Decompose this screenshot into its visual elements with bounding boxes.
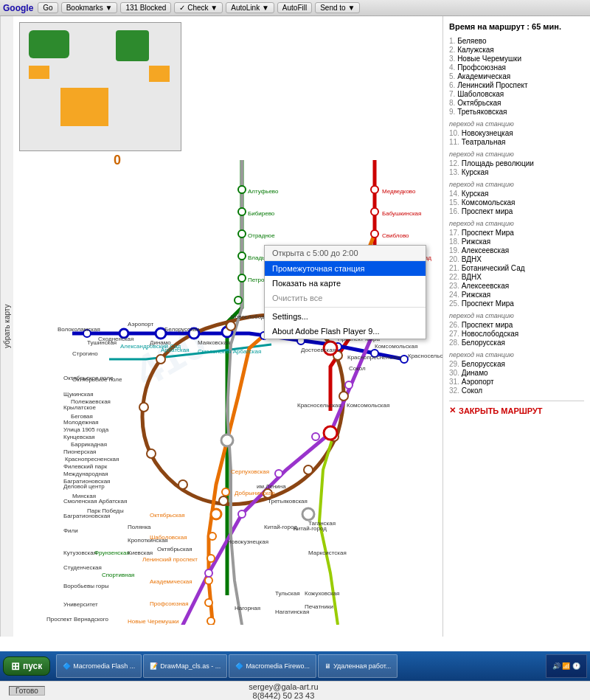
remote-icon: 🖥 <box>324 662 331 670</box>
svg-text:Свиблово: Свиблово <box>382 232 409 239</box>
context-menu-intermediate[interactable]: Промежуточная станция <box>265 261 426 276</box>
transfer6-list: 29. Белорусская 30. Динамо 31. Аэропорт … <box>449 360 584 395</box>
svg-text:Спортивная: Спортивная <box>102 572 134 578</box>
station-27: 27. Новослободская <box>449 330 584 338</box>
taskbar: ⊞ пуск 🔷 Macromedia Flash ... 📝 DrawMap_… <box>0 651 590 681</box>
svg-point-41 <box>178 480 187 489</box>
status-phone: 8(8442) 50 23 43 <box>45 691 522 700</box>
context-menu-clear-all[interactable]: Очистить все <box>265 291 426 305</box>
station-25: 25. Проспект Мира <box>449 299 584 308</box>
svg-point-50 <box>238 510 246 518</box>
svg-text:Парк Победы: Парк Победы <box>87 507 124 514</box>
station-4: 4. Профсоюзная <box>449 63 584 72</box>
flash-icon: 🔷 <box>63 662 71 670</box>
station-28: 28. Белорусская <box>449 339 584 347</box>
svg-text:Красносельская: Красносельская <box>408 353 442 359</box>
svg-point-43 <box>139 403 148 412</box>
svg-text:Новокузнецкая: Новокузнецкая <box>227 538 268 545</box>
transfer4-list: 17. Проспект Мира 18. Рижская 19. Алексе… <box>449 229 584 308</box>
check-button[interactable]: ✓ Check ▼ <box>174 2 223 13</box>
go-button[interactable]: Go <box>38 2 58 13</box>
remote-label: Удаленная работ... <box>333 662 391 670</box>
context-menu-settings[interactable]: Settings... <box>265 309 426 324</box>
browser-toolbar: Google Go Bookmarks ▼ 131 Blocked ✓ Chec… <box>0 0 590 16</box>
svg-point-11 <box>238 208 246 215</box>
close-route-x-icon: ✕ <box>449 406 456 415</box>
transfer1-list: 10. Новокузнецкая 11. Театральная <box>449 129 584 146</box>
svg-text:Маяковская: Маяковская <box>198 339 230 346</box>
svg-point-9 <box>222 488 229 496</box>
svg-text:Филевский парк: Филевский парк <box>63 463 108 470</box>
autofill-button[interactable]: AutoFill <box>277 2 312 13</box>
map-area: 0 410 <box>13 16 442 637</box>
blocked-button[interactable]: 131 Blocked <box>120 2 171 13</box>
svg-text:Сокол: Сокол <box>349 365 366 372</box>
svg-text:Октябрьское поле: Октябрьское поле <box>63 375 114 381</box>
context-menu-show-on-map[interactable]: Показать на карте <box>265 276 426 291</box>
status-bar: Готово sergey@gala-art.ru 8(8442) 50 23 … <box>0 681 590 700</box>
svg-text:Багратионовская: Багратионовская <box>63 478 110 485</box>
svg-text:Новые Черемушки: Новые Черемушки <box>128 618 179 625</box>
svg-point-16 <box>371 186 378 193</box>
svg-text:Строгино: Строгино <box>72 350 98 357</box>
svg-text:Достоевская: Достоевская <box>301 347 336 353</box>
close-route-button[interactable]: ✕ ЗАКРЫТЬ МАРШРУТ <box>449 401 584 415</box>
mini-map-orange3 <box>149 66 170 82</box>
svg-point-38 <box>304 465 313 474</box>
station-13: 13. Курская <box>449 168 584 176</box>
svg-point-14 <box>238 274 246 282</box>
start-label: пуск <box>23 661 42 671</box>
svg-text:Добрынинская: Добрынинская <box>235 490 275 496</box>
svg-text:Фрунзенская: Фрунзенская <box>94 550 130 556</box>
main-stations-list: 1. Беляево 2. Калужская 3. Новые Черемуш… <box>449 37 584 116</box>
svg-point-53 <box>345 381 353 389</box>
station-23: 23. Алексеевская <box>449 282 584 290</box>
station-32: 32. Сокол <box>449 387 584 395</box>
taskbar-tray: 🔊 📶 🕐 <box>546 654 587 678</box>
transfer3-list: 14. Курская 15. Комсомольская 16. Проспе… <box>449 190 584 215</box>
station-9: 9. Третьяковская <box>449 108 584 116</box>
svg-text:Арбатская: Арбатская <box>161 347 190 353</box>
taskbar-flash-item[interactable]: 🔷 Macromedia Flash ... <box>56 654 142 678</box>
svg-point-5 <box>205 577 212 584</box>
svg-text:Аэропорт: Аэропорт <box>128 321 154 328</box>
svg-text:Комсомольская: Комсомольская <box>375 343 417 350</box>
svg-point-13 <box>238 252 246 260</box>
svg-point-40 <box>219 496 228 505</box>
send-to-button[interactable]: Send to ▼ <box>315 2 360 13</box>
info-panel: Время на маршрут : 65 мин. 1. Беляево 2.… <box>442 16 590 637</box>
station-11: 11. Театральная <box>449 138 584 146</box>
mini-map-orange2: 0 <box>60 88 108 126</box>
station-21: 21. Ботанический Сад <box>449 264 584 272</box>
svg-point-45 <box>324 426 337 440</box>
svg-text:Октябрьская: Октябрьская <box>157 546 192 552</box>
start-button[interactable]: ⊞ пуск <box>3 656 50 676</box>
station-5: 5. Академическая <box>449 72 584 80</box>
status-email: sergey@gala-art.ru <box>45 682 522 691</box>
station-3: 3. Новые Черемушки <box>449 55 584 63</box>
context-menu-about-flash[interactable]: About Adobe Flash Player 9... <box>265 324 426 339</box>
svg-point-4 <box>205 599 212 606</box>
svg-text:им.Ленина: им.Ленина <box>257 483 286 490</box>
bookmarks-button[interactable]: Bookmarks ▼ <box>61 2 118 13</box>
station-29: 29. Белорусская <box>449 360 584 368</box>
taskbar-drawmap-item[interactable]: 📝 DrawMap_cls.as - ... <box>143 654 227 678</box>
mini-map-orange1 <box>29 66 49 79</box>
station-8: 8. Октябрьская <box>449 99 584 107</box>
svg-text:Крылатское: Крылатское <box>63 404 96 411</box>
svg-text:Молодежная: Молодежная <box>63 419 99 426</box>
taskbar-remote-item[interactable]: 🖥 Удаленная работ... <box>318 654 398 678</box>
taskbar-fireworks-item[interactable]: 🔷 Macromedia Firewo... <box>229 654 316 678</box>
svg-text:Профсоюзная: Профсоюзная <box>150 600 189 607</box>
station-30: 30. Динамо <box>449 369 584 377</box>
station-7: 7. Шаболовская <box>449 90 584 98</box>
sidebar-hide-map[interactable]: убрать карту <box>0 16 13 637</box>
metro-map-svg: 410 <box>13 153 442 625</box>
station-17: 17. Проспект Мира <box>449 229 584 237</box>
transfer6-label: переход на станцию <box>449 351 584 358</box>
station-1: 1. Беляево <box>449 37 584 45</box>
svg-text:Кунцевская: Кунцевская <box>63 434 95 440</box>
autolink-button[interactable]: AutoLink ▼ <box>226 2 274 13</box>
svg-point-18 <box>371 230 378 238</box>
svg-text:Марксистская: Марксистская <box>308 550 347 556</box>
